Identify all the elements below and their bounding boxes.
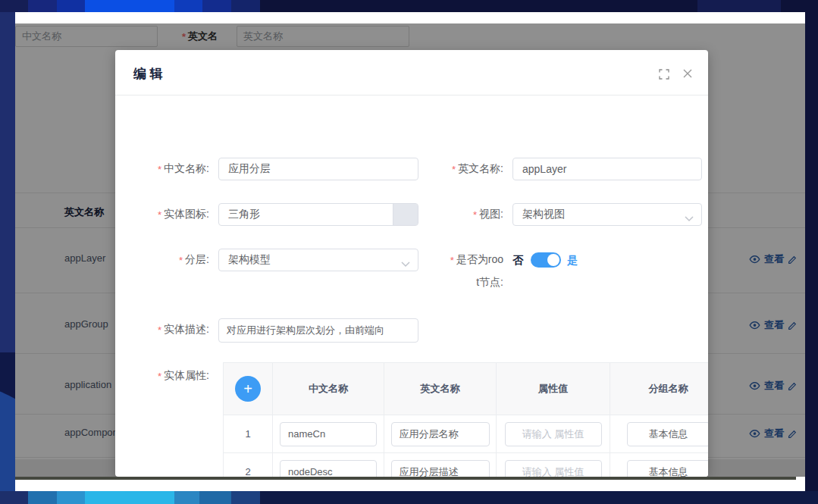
field-label-root-line2: t节点:	[418, 271, 503, 294]
attr-group-input[interactable]: 基本信息	[627, 460, 709, 477]
layer-select[interactable]: 架构模型	[218, 249, 418, 271]
bottom-white-strip	[15, 480, 805, 491]
view-select[interactable]: 架构视图	[512, 203, 702, 226]
required-mark: *	[452, 164, 456, 175]
attr-value-input[interactable]: 请输入 属性值	[505, 460, 602, 477]
attr-name-en-input[interactable]: 应用分层描述	[391, 460, 490, 477]
attributes-table-inner: + 中文名称 英文名称 属性值 分组名称 1 nameCn 应用分层名称 请输入	[224, 363, 708, 477]
attr-name-en-input[interactable]: 应用分层名称	[391, 422, 490, 446]
toggle-knob	[547, 254, 559, 266]
fullscreen-icon	[659, 69, 669, 80]
field-label-name-cn: * 中文名称:	[133, 158, 209, 180]
close-button[interactable]	[681, 67, 694, 80]
required-mark: *	[158, 164, 161, 175]
required-mark: *	[158, 324, 161, 336]
attribute-row: 2 nodeDesc 应用分层描述 请输入 属性值 基本信息	[224, 452, 708, 477]
field-label-root-line1: * 是否为roo	[418, 249, 503, 271]
icon-picker-append[interactable]	[393, 203, 418, 226]
plus-icon: +	[243, 381, 252, 396]
chevron-down-icon	[685, 212, 694, 224]
attributes-table: + 中文名称 英文名称 属性值 分组名称 1 nameCn 应用分层名称 请输入	[223, 362, 708, 477]
attr-name-cn-input[interactable]: nodeDesc	[280, 460, 377, 477]
attr-name-cn-input[interactable]: nameCn	[280, 422, 377, 446]
field-label-layer: * 分层:	[133, 249, 209, 271]
fullscreen-button[interactable]	[658, 68, 670, 80]
required-mark: *	[473, 209, 477, 221]
add-attribute-button[interactable]: +	[235, 376, 261, 402]
attr-header-name-en: 英文名称	[384, 363, 497, 415]
attr-row-index: 1	[224, 415, 273, 452]
entity-desc-input[interactable]: 对应用进行架构层次划分，由前端向	[218, 318, 418, 343]
name-cn-input[interactable]: 应用分层	[218, 158, 418, 180]
name-en-input[interactable]: appLayer	[512, 158, 702, 180]
modal-title: 编 辑	[133, 65, 163, 83]
edit-modal: 编 辑 * 中文名称: 应用分层 * 英文名称: appLayer	[115, 50, 708, 477]
attr-row-index: 2	[224, 453, 273, 477]
toggle-off-text: 否	[512, 254, 523, 268]
toggle-on-text: 是	[567, 254, 578, 268]
field-label-view: * 视图:	[418, 203, 503, 226]
required-mark: *	[158, 371, 161, 382]
add-attribute-cell: +	[224, 363, 273, 415]
field-label-desc: * 实体描述:	[133, 318, 209, 341]
root-node-toggle[interactable]	[531, 252, 561, 268]
field-label-name-en: * 英文名称:	[418, 158, 503, 180]
attribute-row: 1 nameCn 应用分层名称 请输入 属性值 基本信息	[224, 415, 708, 452]
modal-body: * 中文名称: 应用分层 * 英文名称: appLayer * 实体图标: 三角…	[133, 95, 708, 477]
screen: 中文名称 * 英文名 英文名称 英文名称 appLayer appGroup a…	[0, 0, 818, 504]
required-mark: *	[158, 209, 161, 221]
attr-header-group: 分组名称	[610, 363, 708, 415]
required-mark: *	[179, 255, 183, 266]
field-label-attrs: * 实体属性:	[133, 365, 209, 387]
attributes-table-header: + 中文名称 英文名称 属性值 分组名称	[224, 363, 708, 415]
attr-header-value: 属性值	[497, 363, 610, 415]
close-icon	[683, 69, 692, 78]
attr-group-input[interactable]: 基本信息	[627, 422, 709, 446]
attr-header-name-cn: 中文名称	[273, 363, 384, 415]
entity-icon-input[interactable]: 三角形	[218, 203, 418, 226]
chevron-down-icon	[401, 258, 410, 270]
field-label-entity-icon: * 实体图标:	[133, 203, 209, 226]
attr-value-input[interactable]: 请输入 属性值	[505, 422, 602, 446]
required-mark: *	[450, 255, 454, 266]
